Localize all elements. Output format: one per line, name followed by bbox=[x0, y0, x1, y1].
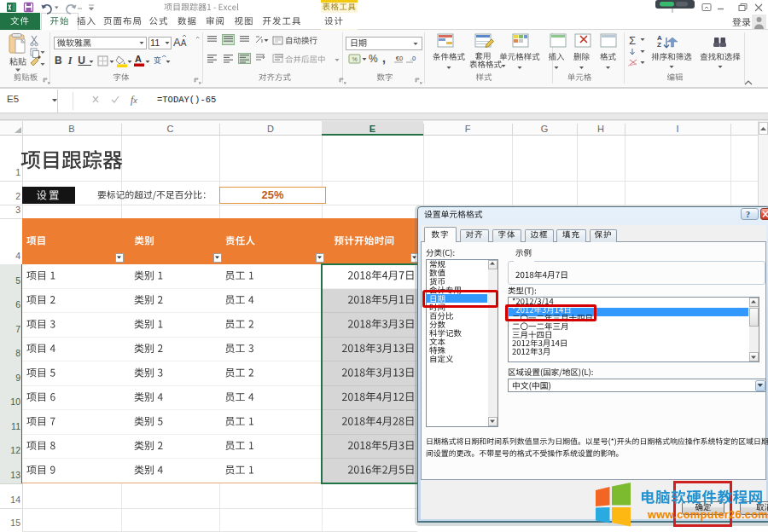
svg-text:www.computer26.com: www.computer26.com bbox=[647, 508, 768, 521]
